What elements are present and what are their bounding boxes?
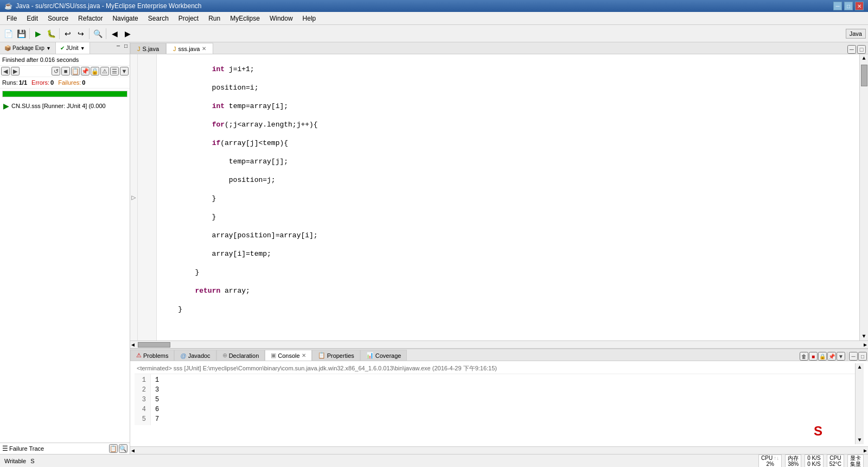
console-hscroll[interactable]: ◀ ▶ (130, 446, 868, 454)
hscroll-thumb[interactable] (138, 342, 170, 348)
minimize-panel-icon[interactable]: ▼ (46, 46, 51, 51)
console-scroll-lock-button[interactable]: 🔒 (818, 352, 827, 361)
left-panel-footer: ☰ Failure Trace 📋 🔍 (0, 443, 130, 454)
console-scroll-up[interactable]: ▲ (857, 363, 862, 371)
console-scroll-down[interactable]: ▼ (857, 436, 862, 444)
menu-edit[interactable]: Edit (22, 14, 42, 23)
status-writable: Writable (4, 458, 26, 464)
editor-area: J S.java J sss.java ✕ ─ □ (130, 42, 868, 454)
panel-maximize-icon[interactable]: □ (122, 42, 130, 54)
show-tests-button[interactable]: ☰ (110, 67, 119, 75)
console-output-1: 1 (155, 375, 159, 385)
tab-console[interactable]: ▣ Console ✕ (265, 350, 311, 361)
new-button[interactable]: 📄 (2, 28, 14, 40)
show-failures-button[interactable]: ⚠ (100, 67, 109, 75)
vertical-scrollbar[interactable]: ▲ ▼ (859, 54, 868, 340)
console-stop-button[interactable]: ■ (809, 352, 818, 361)
tab-declaration[interactable]: ⊕ Declaration (216, 350, 265, 361)
failure-trace-filter-button[interactable]: 🔍 (119, 444, 127, 453)
package-explorer-tab[interactable]: 📦 Package Exp ▼ (0, 42, 56, 54)
tab-sss-java[interactable]: J sss.java ✕ (166, 43, 213, 54)
code-line-15 (161, 323, 855, 332)
tab-s-java[interactable]: J S.java (130, 43, 166, 54)
hscroll-right-arrow[interactable]: ▶ (863, 342, 868, 348)
editor-minimize-button[interactable]: ─ (847, 45, 856, 54)
panel-minimize-btn[interactable]: ─ (849, 352, 858, 361)
search-button[interactable]: 🔍 (92, 28, 104, 40)
close-button[interactable]: ✕ (855, 2, 864, 10)
console-menu-button[interactable]: ▼ (837, 352, 845, 361)
maximize-button[interactable]: □ (844, 2, 853, 10)
debug-button[interactable]: 🐛 (45, 28, 57, 40)
rerun-button[interactable]: ↺ (52, 67, 60, 75)
panel-minimize-icon[interactable]: ─ (114, 42, 122, 54)
horizontal-scrollbar[interactable]: ◀ ▶ (130, 340, 868, 348)
minimize-junit-icon[interactable]: ▼ (80, 46, 85, 51)
code-line-2: position=i; (161, 83, 855, 92)
menu-help[interactable]: Help (298, 14, 321, 23)
toolbar: 📄 💾 ▶ 🐛 ↩ ↪ 🔍 ◀ ▶ Java (0, 25, 868, 42)
stop-button[interactable]: ■ (61, 67, 70, 75)
failure-trace-copy-button[interactable]: 📋 (109, 444, 118, 453)
console-content[interactable]: <terminated> sss [JUnit] E:\myeclipse\Co… (130, 361, 868, 446)
code-line-13: return array; (161, 286, 855, 295)
save-button[interactable]: 💾 (15, 28, 27, 40)
tab-problems[interactable]: ⚠ Problems (130, 350, 174, 361)
tab-coverage[interactable]: 📊 Coverage (360, 350, 407, 361)
prev-button[interactable]: ◀ (108, 28, 120, 40)
console-output-4: 6 (155, 405, 159, 414)
console-scrollbar[interactable]: ▲ ▼ (855, 363, 864, 444)
console-hscroll-left[interactable]: ◀ (130, 447, 136, 454)
menu-file[interactable]: File (2, 14, 21, 23)
failures-value: 0 (82, 79, 85, 86)
hscroll-left-arrow[interactable]: ◀ (130, 342, 136, 348)
code-line-7: position=j; (161, 175, 855, 185)
menu-search[interactable]: Search (144, 14, 173, 23)
menu-myeclipse[interactable]: MyEclipse (226, 14, 264, 23)
pin-button[interactable]: 📌 (81, 67, 90, 75)
junit-tab[interactable]: ✔ JUnit ▼ (56, 42, 90, 54)
console-pin-button[interactable]: 📌 (827, 352, 836, 361)
bottom-panel: ⚠ Problems @ Javadoc ⊕ Declaration ▣ Con… (130, 348, 868, 454)
menu-navigate[interactable]: Navigate (108, 14, 142, 23)
scroll-thumb[interactable] (861, 65, 867, 86)
minimize-button[interactable]: ─ (833, 2, 842, 10)
menu-refactor[interactable]: Refactor (74, 14, 107, 23)
console-hscroll-right[interactable]: ▶ (863, 447, 868, 454)
junit-panel: Finished after 0.016 seconds ◀ ▶ ↺ ■ 📋 📌… (0, 54, 130, 454)
lock-button[interactable]: 🔒 (91, 67, 99, 75)
perspective-java[interactable]: Java (846, 29, 866, 39)
panel-maximize-btn[interactable]: □ (858, 352, 867, 361)
next-failure-button[interactable]: ▶ (11, 67, 20, 75)
titlebar-controls[interactable]: ─ □ ✕ (833, 2, 864, 10)
console-clear-button[interactable]: 🗑 (800, 352, 808, 361)
history-button[interactable]: 📋 (71, 67, 80, 75)
redo-button[interactable]: ↪ (75, 28, 87, 40)
tab-properties[interactable]: 📋 Properties (312, 350, 360, 361)
code-content[interactable]: int j=i+1; position=i; int temp=array[i]… (157, 54, 859, 340)
scroll-down-arrow[interactable]: ▼ (861, 332, 866, 340)
status-memory: 内存 38% (785, 455, 801, 468)
menu-junit-button[interactable]: ▼ (120, 67, 129, 75)
menu-source[interactable]: Source (43, 14, 73, 23)
test-result-item[interactable]: ▶ CN.SU.sss [Runner: JUnit 4] (0.000 (1, 100, 129, 111)
scroll-up-arrow[interactable]: ▲ (861, 54, 866, 62)
runs-label: Runs: (2, 79, 18, 86)
errors-value: 0 (50, 79, 54, 86)
editor-maximize-button[interactable]: □ (857, 45, 866, 54)
close-console-button[interactable]: ✕ (302, 352, 306, 358)
tab-javadoc[interactable]: @ Javadoc (174, 350, 216, 361)
code-editor[interactable]: ▷ (130, 54, 868, 340)
undo-button[interactable]: ↩ (62, 28, 74, 40)
run-button[interactable]: ▶ (32, 28, 44, 40)
next-button[interactable]: ▶ (122, 28, 133, 40)
javadoc-label: Javadoc (188, 352, 210, 359)
menu-project[interactable]: Project (174, 14, 203, 23)
test-results: ▶ CN.SU.sss [Runner: JUnit 4] (0.000 (0, 99, 130, 272)
menu-window[interactable]: Window (265, 14, 297, 23)
test-pass-icon: ▶ (3, 102, 9, 110)
close-sss-java-button[interactable]: ✕ (202, 46, 206, 52)
prev-failure-button[interactable]: ◀ (1, 67, 10, 75)
menu-run[interactable]: Run (204, 14, 225, 23)
annotation-marker-collapse[interactable]: ▷ (130, 193, 137, 202)
